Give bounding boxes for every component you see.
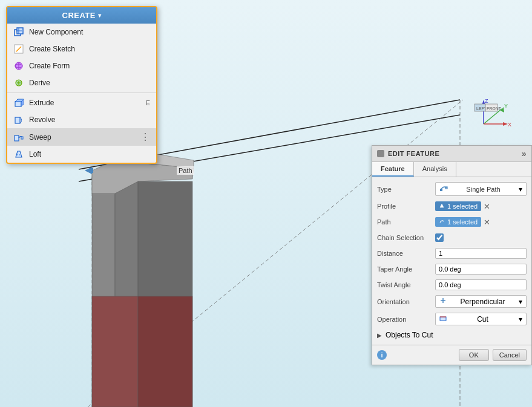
loft-label: Loft (29, 150, 41, 158)
single-path-icon (439, 184, 448, 194)
distance-label: Distance (377, 250, 432, 257)
ok-button[interactable]: OK (459, 349, 489, 361)
create-form-icon (13, 60, 24, 71)
orientation-field-row: Orientation Perpendicular ▾ (372, 293, 531, 310)
path-field-row: Path 1 selected ✕ (372, 214, 531, 230)
panel-title: EDIT FEATURE (388, 150, 439, 157)
orientation-dropdown[interactable]: Perpendicular ▾ (435, 295, 527, 308)
svg-marker-21 (503, 122, 508, 126)
sweep-more-button[interactable]: ⋮ (140, 131, 150, 143)
extrude-icon (13, 97, 24, 108)
path-selected-badge[interactable]: 1 selected (435, 217, 481, 227)
revolve-label: Revolve (29, 116, 55, 124)
create-menu-header[interactable]: CREATE ▾ (7, 7, 156, 24)
menu-item-loft[interactable]: Loft (7, 146, 156, 163)
svg-rect-45 (21, 137, 23, 139)
create-menu-title: CREATE (62, 11, 96, 20)
path-label: Path (177, 166, 194, 175)
objects-to-cut-arrow: ▶ (377, 332, 382, 339)
path-badge: 1 selected ✕ (435, 217, 491, 227)
extrude-label: Extrude (29, 99, 54, 107)
chain-selection-field-row: Chain Selection (372, 230, 531, 246)
orientation-value: Perpendicular (460, 298, 505, 306)
create-sketch-icon (13, 44, 24, 54)
panel-body: Type Single Path ▾ Profile (372, 177, 531, 345)
operation-label: Operation (377, 316, 432, 323)
loft-icon (13, 149, 24, 160)
panel-tabs: Feature Analysis (372, 162, 531, 177)
path-close-button[interactable]: ✕ (482, 218, 491, 227)
twist-angle-field-row: Twist Angle 0.0 deg (372, 277, 531, 293)
orientation-label: Orientation (377, 298, 432, 305)
cut-icon (439, 314, 447, 324)
operation-dropdown[interactable]: Cut ▾ (435, 313, 527, 325)
menu-item-new-component[interactable]: New Component (7, 24, 156, 41)
panel-expand-icon[interactable]: » (522, 149, 527, 158)
taper-angle-label: Taper Angle (377, 265, 432, 273)
profile-selected-badge[interactable]: 1 selected (435, 201, 481, 211)
type-label: Type (377, 186, 432, 193)
edit-feature-panel: EDIT FEATURE » Feature Analysis Type Sin… (372, 145, 532, 365)
perpendicular-icon (439, 297, 447, 306)
svg-text:Y: Y (504, 103, 508, 109)
edit-feature-icon (377, 150, 384, 157)
panel-header-left: EDIT FEATURE (377, 150, 439, 157)
menu-item-extrude[interactable]: Extrude E (7, 94, 156, 111)
new-component-icon (13, 27, 24, 37)
extrude-shortcut: E (146, 99, 150, 106)
footer-buttons: OK Cancel (459, 349, 527, 361)
svg-text:FRONT: FRONT (487, 106, 502, 111)
create-menu: CREATE ▾ New Component Create Sketch (6, 6, 157, 164)
chain-selection-checkbox[interactable] (435, 233, 444, 242)
tab-feature[interactable]: Feature (372, 162, 414, 177)
type-field-row: Type Single Path ▾ (372, 180, 531, 198)
svg-rect-9 (138, 296, 192, 407)
distance-input[interactable]: 1 (435, 248, 527, 259)
chain-selection-label: Chain Selection (377, 234, 432, 241)
profile-badge-text: 1 selected (447, 203, 478, 210)
type-select[interactable]: Single Path ▾ (435, 182, 527, 196)
menu-item-derive[interactable]: Derive (7, 74, 156, 91)
distance-field-row: Distance 1 (372, 246, 531, 261)
type-dropdown-arrow: ▾ (519, 185, 522, 194)
tab-analysis[interactable]: Analysis (414, 162, 456, 177)
orientation-dropdown-arrow: ▾ (519, 298, 522, 306)
profile-badge-icon (439, 203, 445, 210)
menu-item-create-form[interactable]: Create Form (7, 57, 156, 74)
operation-field-row: Operation Cut ▾ (372, 310, 531, 328)
objects-to-cut-row[interactable]: ▶ Objects To Cut (372, 328, 531, 342)
menu-item-create-sketch[interactable]: Create Sketch (7, 41, 156, 57)
nav-cube[interactable]: Z Y X LEFT FRONT (471, 97, 514, 133)
operation-value: Cut (477, 315, 488, 324)
path-badge-text: 1 selected (447, 218, 478, 226)
menu-item-revolve[interactable]: Revolve (7, 111, 156, 128)
menu-divider-1 (7, 93, 156, 93)
new-component-label: New Component (29, 28, 83, 36)
sweep-icon (13, 132, 24, 143)
svg-rect-43 (15, 117, 20, 123)
cancel-button[interactable]: Cancel (493, 349, 527, 361)
info-icon[interactable]: i (377, 350, 387, 360)
profile-field-row: Profile 1 selected ✕ (372, 198, 531, 214)
nav-cube-svg: Z Y X LEFT FRONT (471, 97, 514, 133)
profile-label: Profile (377, 203, 432, 210)
twist-angle-input[interactable]: 0.0 deg (435, 279, 527, 290)
create-dropdown-arrow: ▾ (98, 12, 102, 19)
objects-to-cut-label: Objects To Cut (386, 331, 433, 339)
menu-item-sweep[interactable]: Sweep ⋮ (7, 128, 156, 146)
profile-badge: 1 selected ✕ (435, 201, 491, 211)
svg-text:Z: Z (485, 98, 488, 104)
svg-marker-46 (16, 151, 22, 157)
svg-text:X: X (508, 122, 511, 128)
twist-angle-label: Twist Angle (377, 281, 432, 288)
svg-rect-48 (440, 189, 442, 191)
derive-icon (13, 77, 24, 88)
create-form-label: Create Form (29, 62, 70, 70)
panel-footer: i OK Cancel (372, 345, 531, 365)
svg-rect-53 (440, 317, 446, 321)
profile-close-button[interactable]: ✕ (482, 202, 491, 211)
sweep-label: Sweep (29, 133, 51, 142)
taper-angle-input[interactable]: 0.0 deg (435, 264, 527, 275)
path-label-field: Path (377, 218, 432, 226)
operation-dropdown-arrow: ▾ (519, 315, 522, 324)
